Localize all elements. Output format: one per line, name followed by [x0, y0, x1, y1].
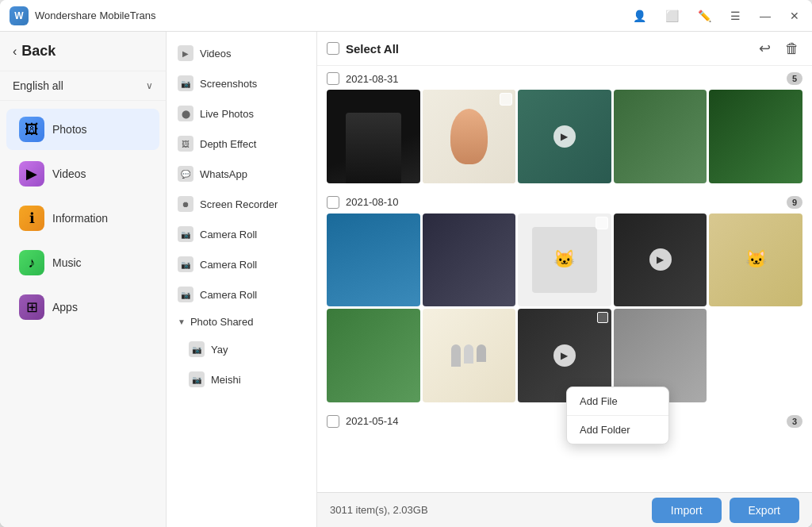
window-button[interactable]: ⬜: [662, 8, 682, 24]
sidebar-item-apps-label: Apps: [52, 301, 78, 314]
main-content: ‹ Back English all ∨ 🖼 Photos ▶ Videos ℹ…: [0, 32, 812, 527]
status-bar: 3011 item(s), 2.03GB Import Export: [317, 492, 812, 527]
titlebar-controls: 👤 ⬜ ✏️ ☰ — ✕: [630, 8, 802, 24]
back-label: Back: [21, 43, 56, 60]
status-text: 3011 item(s), 2.03GB: [330, 504, 428, 516]
sub-camera-2-icon: 📷: [178, 256, 193, 272]
select-all-checkbox[interactable]: [327, 42, 339, 55]
sub-item-live-photos[interactable]: ⬤ Live Photos: [167, 98, 316, 129]
sub-depth-icon: 🖼: [178, 136, 193, 152]
sidebar-item-music[interactable]: ♪ Music: [6, 242, 159, 283]
sub-sidebar: ▶ Videos 📷 Screenshots ⬤ Live Photos 🖼 D…: [167, 32, 317, 527]
sub-item-videos[interactable]: ▶ Videos: [167, 38, 316, 68]
chevron-down-icon: ▼: [178, 317, 186, 326]
photo-thumb[interactable]: 🐱: [709, 213, 802, 307]
sub-live-photos-icon: ⬤: [178, 106, 193, 121]
play-icon: ▶: [553, 125, 576, 148]
profile-button[interactable]: 👤: [630, 8, 649, 24]
photo-thumb[interactable]: ▶: [518, 90, 611, 183]
sub-meishi-icon: 📷: [189, 371, 205, 387]
date-row-3: 2021-05-14 3: [327, 409, 802, 433]
date-checkbox-1[interactable]: [327, 72, 339, 85]
photo-scroll[interactable]: 2021-08-31 5: [317, 66, 812, 492]
sidebar-item-videos[interactable]: ▶ Videos: [6, 153, 159, 194]
date-section-3: 2021-05-14 3: [327, 409, 802, 433]
select-all-area: Select All: [327, 42, 749, 56]
app-icon: W: [10, 6, 29, 25]
date-checkbox-3[interactable]: [327, 415, 339, 428]
photo-shared-group[interactable]: ▼ Photo Shared: [167, 310, 316, 334]
sub-item-depth-effect[interactable]: 🖼 Depth Effect: [167, 129, 316, 159]
date-checkbox-row-1: 2021-08-31: [327, 72, 399, 85]
sub-item-meishi[interactable]: 📷 Meishi: [167, 364, 316, 394]
context-menu-add-file[interactable]: Add File: [567, 387, 668, 416]
language-selector[interactable]: English all ∨: [0, 71, 166, 101]
back-button[interactable]: ‹ Back: [0, 32, 166, 71]
edit-button[interactable]: ✏️: [695, 8, 714, 24]
photo-thumb[interactable]: [327, 213, 420, 307]
sub-item-yay[interactable]: 📷 Yay: [167, 334, 316, 364]
sub-item-screenshots[interactable]: 📷 Screenshots: [167, 68, 316, 98]
info-icon: ℹ: [19, 206, 44, 231]
sidebar-item-information[interactable]: ℹ Information: [6, 198, 159, 239]
photo-thumb[interactable]: [614, 90, 707, 183]
photo-thumb[interactable]: [327, 309, 420, 402]
import-button[interactable]: Import: [652, 498, 722, 523]
sub-item-screen-recorder[interactable]: ⏺ Screen Recorder: [167, 189, 316, 219]
menu-button[interactable]: ☰: [727, 8, 744, 24]
app-title: Wondershare MobileTrans: [35, 10, 155, 21]
toolbar-right: ↩ 🗑: [756, 38, 802, 59]
photos-icon: 🖼: [19, 117, 44, 142]
photo-thumb[interactable]: [327, 90, 420, 183]
photo-grid-1: ▶: [327, 90, 802, 183]
sub-videos-label: Videos: [200, 48, 232, 60]
sub-item-camera-roll-1[interactable]: 📷 Camera Roll: [167, 219, 316, 249]
select-all-label: Select All: [346, 42, 399, 56]
sub-screenshots-label: Screenshots: [200, 78, 257, 90]
date-section-2: 2021-08-10 9 🐱: [327, 190, 802, 402]
sub-whatsapp-label: WhatsApp: [200, 168, 247, 180]
language-text: English all: [13, 79, 63, 92]
sub-live-photos-label: Live Photos: [200, 108, 254, 120]
photo-thumb[interactable]: ▶: [614, 213, 707, 307]
minimize-button[interactable]: —: [756, 8, 774, 24]
chevron-down-icon: ∨: [146, 80, 153, 91]
undo-button[interactable]: ↩: [756, 38, 774, 59]
date-label-3: 2021-05-14: [346, 415, 399, 427]
sub-videos-icon: ▶: [178, 45, 193, 61]
sidebar-item-information-label: Information: [52, 212, 108, 225]
export-button[interactable]: Export: [730, 498, 799, 523]
sidebar-item-apps[interactable]: ⊞ Apps: [6, 287, 159, 328]
sub-camera-1-icon: 📷: [178, 226, 193, 242]
sidebar-item-videos-label: Videos: [52, 167, 86, 180]
photo-thumb[interactable]: [423, 309, 516, 402]
sidebar-item-music-label: Music: [52, 256, 82, 269]
photo-grid-2: 🐱 ▶ 🐱: [327, 213, 802, 402]
sub-item-camera-roll-2[interactable]: 📷 Camera Roll: [167, 249, 316, 279]
nav-items: 🖼 Photos ▶ Videos ℹ Information ♪ Music …: [0, 101, 166, 336]
count-badge-2: 9: [787, 196, 802, 209]
select-checkbox-icon[interactable]: [596, 217, 608, 229]
photo-thumb[interactable]: [709, 90, 802, 183]
sidebar-item-photos[interactable]: 🖼 Photos: [6, 109, 159, 150]
delete-button[interactable]: 🗑: [782, 38, 802, 59]
sub-depth-effect-label: Depth Effect: [200, 138, 256, 150]
photo-thumb[interactable]: [423, 213, 516, 307]
photo-thumb[interactable]: 🐱: [518, 213, 611, 307]
photo-area: Select All ↩ 🗑 2021-08-31 5: [317, 32, 812, 527]
photo-shared-label: Photo Shared: [190, 316, 254, 328]
context-menu-add-folder[interactable]: Add Folder: [567, 416, 668, 444]
photo-thumb[interactable]: [423, 90, 516, 183]
select-checkbox-icon[interactable]: [500, 93, 512, 106]
date-checkbox-2[interactable]: [327, 196, 339, 209]
sub-camera-3-icon: 📷: [178, 287, 193, 302]
date-label-1: 2021-08-31: [346, 73, 399, 85]
sub-item-camera-roll-3[interactable]: 📷 Camera Roll: [167, 279, 316, 310]
titlebar: W Wondershare MobileTrans 👤 ⬜ ✏️ ☰ — ✕: [0, 0, 812, 32]
date-checkbox-row-3: 2021-05-14: [327, 415, 399, 428]
close-button[interactable]: ✕: [787, 8, 802, 24]
sub-item-whatsapp[interactable]: 💬 WhatsApp: [167, 159, 316, 189]
sub-whatsapp-icon: 💬: [178, 166, 193, 182]
sub-camera-roll-2-label: Camera Roll: [200, 259, 257, 271]
date-row-2: 2021-08-10 9: [327, 190, 802, 213]
